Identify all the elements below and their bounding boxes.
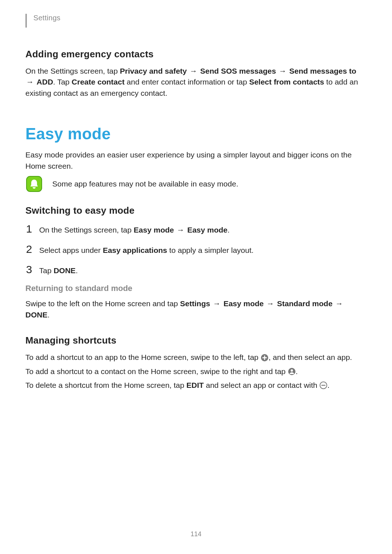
step-3: 3 Tap DONE.	[25, 263, 367, 276]
paragraph-shortcut-add-contact: To add a shortcut to a contact on the Ho…	[25, 366, 367, 377]
ordered-steps: 1 On the Settings screen, tap Easy mode …	[25, 223, 367, 276]
heading-adding-emergency-contacts: Adding emergency contacts	[25, 49, 367, 60]
svg-rect-7	[322, 385, 326, 386]
step-number: 2	[25, 243, 33, 255]
step-1: 1 On the Settings screen, tap Easy mode …	[25, 223, 367, 235]
paragraph-shortcut-delete: To delete a shortcut from the Home scree…	[25, 380, 367, 391]
note-callout: Some app features may not be available i…	[26, 176, 367, 192]
breadcrumb-label: Settings	[33, 14, 61, 22]
note-text: Some app features may not be available i…	[52, 180, 238, 188]
minus-circle-icon	[319, 381, 327, 389]
heading-returning-to-standard-mode: Returning to standard mode	[25, 284, 367, 293]
plus-circle-icon	[261, 354, 269, 362]
paragraph-easy-intro: Easy mode provides an easier user experi…	[25, 149, 367, 172]
step-2: 2 Select apps under Easy applications to…	[25, 243, 367, 255]
breadcrumb: Settings	[25, 14, 367, 28]
step-number: 3	[25, 263, 33, 276]
step-number: 1	[25, 223, 33, 235]
heading-switching-to-easy-mode: Switching to easy mode	[25, 205, 367, 216]
contact-circle-icon	[288, 368, 296, 376]
heading-easy-mode: Easy mode	[25, 125, 367, 143]
heading-managing-shortcuts: Managing shortcuts	[25, 335, 367, 346]
page-number: 114	[0, 530, 392, 538]
svg-point-5	[290, 369, 293, 372]
svg-rect-3	[262, 357, 267, 358]
step-text: On the Settings screen, tap Easy mode → …	[39, 226, 230, 234]
paragraph-shortcut-add-app: To add a shortcut to an app to the Home …	[25, 352, 367, 363]
step-text: Select apps under Easy applications to a…	[39, 246, 254, 255]
paragraph-returning: Swipe to the left on the Home screen and…	[25, 298, 367, 320]
step-text: Tap DONE.	[39, 266, 78, 275]
bell-icon	[26, 176, 42, 192]
paragraph-emergency: On the Settings screen, tap Privacy and …	[25, 66, 367, 99]
